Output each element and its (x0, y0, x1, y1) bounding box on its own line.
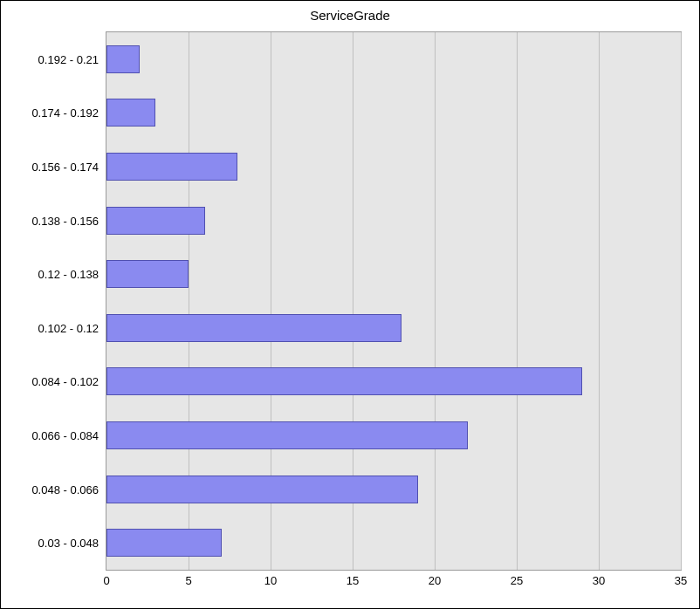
chart-frame: ServiceGrade 051015202530350.192 - 0.210… (0, 0, 700, 609)
y-tick-label: 0.156 - 0.174 (6, 161, 99, 174)
x-tick-label: 25 (511, 574, 523, 587)
x-tick-label: 35 (675, 574, 687, 587)
bar (106, 421, 468, 449)
x-tick-label: 20 (429, 574, 441, 587)
x-tick-label: 15 (347, 574, 359, 587)
bar (106, 529, 222, 557)
bar (106, 367, 582, 395)
x-tick-label: 30 (593, 574, 605, 587)
bar (106, 260, 189, 288)
y-tick-label: 0.192 - 0.21 (6, 52, 99, 65)
bar (106, 153, 237, 181)
bar (106, 45, 140, 73)
y-tick-label: 0.102 - 0.12 (6, 321, 99, 334)
y-tick-label: 0.174 - 0.192 (6, 106, 99, 120)
bar (106, 99, 155, 127)
bar (106, 476, 418, 503)
gridline (517, 32, 518, 570)
y-tick-label: 0.084 - 0.102 (6, 375, 99, 388)
chart-title: ServiceGrade (1, 8, 699, 23)
y-tick-label: 0.12 - 0.138 (6, 268, 99, 281)
y-tick-label: 0.048 - 0.066 (6, 482, 99, 496)
plot-area (106, 31, 682, 571)
y-tick-label: 0.138 - 0.156 (6, 214, 99, 227)
x-tick-label: 5 (185, 574, 191, 587)
y-tick-label: 0.03 - 0.048 (6, 537, 99, 550)
y-tick-label: 0.066 - 0.084 (6, 429, 99, 442)
bar (106, 314, 401, 342)
gridline (435, 32, 436, 570)
gridline (681, 32, 682, 570)
bar (106, 207, 205, 235)
x-tick-label: 10 (264, 574, 277, 587)
gridline (599, 32, 600, 570)
x-tick-label: 0 (103, 574, 109, 587)
